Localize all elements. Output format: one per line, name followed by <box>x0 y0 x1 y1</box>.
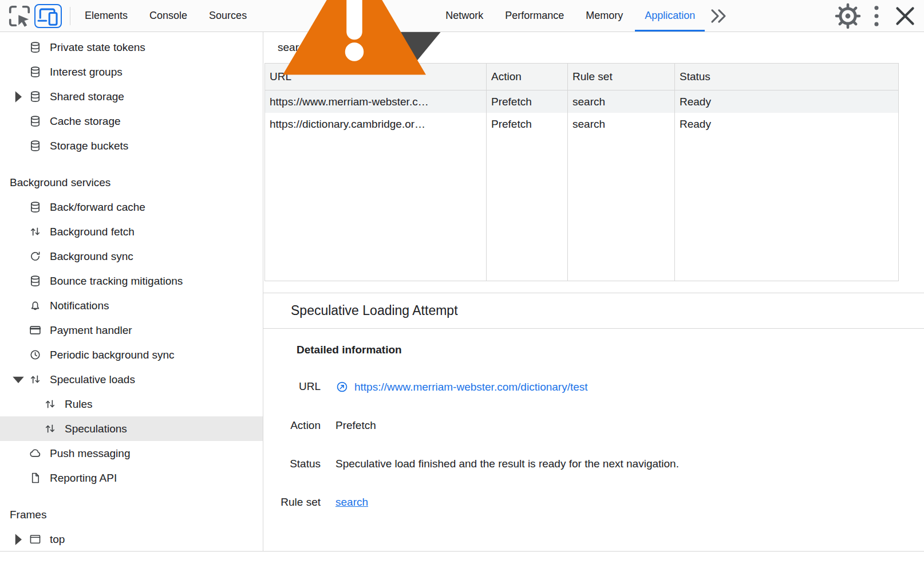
cell-status[interactable]: Ready <box>675 90 898 113</box>
sidebar-item-label: Background sync <box>50 250 133 263</box>
sidebar-item-label: Speculations <box>65 423 127 435</box>
document-icon <box>29 471 42 485</box>
sidebar-item-private-state-tokens[interactable]: Private state tokens <box>0 35 263 60</box>
sidebar-item-payment-handler[interactable]: Payment handler <box>0 318 263 342</box>
cloud-icon <box>29 447 42 460</box>
more-tabs-button[interactable] <box>706 0 731 32</box>
payment-card-icon <box>29 324 42 337</box>
inspect-element-button[interactable] <box>5 0 34 32</box>
up-down-arrows-icon <box>29 225 42 238</box>
column-header-rule-set[interactable]: Rule set <box>568 64 675 90</box>
field-label-status: Status <box>263 458 321 470</box>
cell-action[interactable]: Prefetch <box>487 113 568 135</box>
sidebar-item-label: Periodic background sync <box>50 349 175 361</box>
sidebar-item-label: Notifications <box>50 300 109 312</box>
reveal-in-network-icon[interactable] <box>335 380 349 393</box>
sidebar-item-storage-buckets[interactable]: Storage buckets <box>0 133 263 158</box>
sidebar-item-push-messaging[interactable]: Push messaging <box>0 441 263 466</box>
expand-arrow-icon[interactable] <box>8 529 29 550</box>
close-devtools-button[interactable] <box>891 0 919 32</box>
sidebar-item-reporting-api[interactable]: Reporting API <box>0 466 263 490</box>
field-url: URL https://www.merriam-webster.com/dict… <box>263 380 924 393</box>
tab-label: Performance <box>505 10 564 22</box>
sidebar-item-rules[interactable]: Rules <box>0 392 263 416</box>
toggle-device-toolbar-button[interactable] <box>34 4 62 28</box>
sidebar-item-back-forward-cache[interactable]: Back/forward cache <box>0 195 263 219</box>
sidebar-item-cache-storage[interactable]: Cache storage <box>0 109 263 133</box>
tab-label: Sources <box>209 10 247 22</box>
application-sidebar: Private state tokens Interest groups Sha… <box>0 32 263 551</box>
sidebar-item-periodic-background-sync[interactable]: Periodic background sync <box>0 342 263 367</box>
attempt-url-link[interactable]: https://www.merriam-webster.com/dictiona… <box>354 381 588 393</box>
panel-tabs: Elements Console Sources Network Perform… <box>74 0 706 32</box>
sidebar-item-shared-storage[interactable]: Shared storage <box>0 84 263 109</box>
field-status: Status Speculative load finished and the… <box>263 458 924 470</box>
sidebar-item-label: Speculative loads <box>50 373 135 386</box>
table-filler-cell <box>265 135 487 281</box>
tab-sources[interactable]: Sources <box>198 0 258 32</box>
tab-label: Memory <box>586 10 623 22</box>
sidebar-item-bounce-tracking-mitigations[interactable]: Bounce tracking mitigations <box>0 269 263 293</box>
field-rule-set: Rule set search <box>263 496 924 509</box>
frame-icon <box>29 533 42 546</box>
attempt-rule-set-link[interactable]: search <box>335 496 368 509</box>
device-toolbar-icon <box>35 3 61 29</box>
gear-icon <box>834 2 862 30</box>
detailed-information-heading: Detailed information <box>263 344 924 356</box>
sidebar-item-speculative-loads[interactable]: Speculative loads <box>0 367 263 392</box>
speculations-panel: search URL Action Rule set Status https:… <box>263 32 924 551</box>
expand-arrow-icon[interactable] <box>8 86 29 107</box>
sidebar-item-label: Background fetch <box>50 226 135 238</box>
cell-url[interactable]: https://dictionary.cambridge.or… <box>265 113 487 135</box>
sidebar-item-background-sync[interactable]: Background sync <box>0 244 263 269</box>
database-icon <box>29 274 42 288</box>
up-down-arrows-icon <box>29 373 42 386</box>
sidebar-item-notifications[interactable]: Notifications <box>0 293 263 318</box>
sync-icon <box>29 250 42 263</box>
tab-label: Elements <box>85 10 128 22</box>
inspect-cursor-icon <box>5 1 34 31</box>
settings-button[interactable] <box>834 0 862 32</box>
sidebar-item-speculations[interactable]: Speculations <box>0 416 263 441</box>
sidebar-item-label: top <box>50 533 65 546</box>
sidebar-section-frames: Frames <box>0 502 263 527</box>
attempt-action-value: Prefetch <box>335 419 376 432</box>
sidebar-item-top-frame[interactable]: top <box>0 527 263 551</box>
tab-network[interactable]: Network <box>258 0 494 32</box>
sidebar-item-label: Reporting API <box>50 472 117 485</box>
cell-status[interactable]: Ready <box>675 113 898 135</box>
attempt-status-value: Speculative load finished and the result… <box>335 458 679 470</box>
collapse-arrow-icon[interactable] <box>8 369 29 390</box>
bell-icon <box>29 299 42 312</box>
sidebar-item-interest-groups[interactable]: Interest groups <box>0 60 263 84</box>
sidebar-item-label: Bounce tracking mitigations <box>50 275 183 288</box>
sidebar-item-background-fetch[interactable]: Background fetch <box>0 219 263 244</box>
tab-console[interactable]: Console <box>139 0 198 32</box>
sidebar-section-background-services: Background services <box>0 170 263 195</box>
kebab-menu-icon <box>862 2 891 30</box>
field-label-rule-set: Rule set <box>263 496 321 509</box>
up-down-arrows-icon <box>44 422 57 435</box>
sidebar-item-label: Rules <box>65 398 93 411</box>
tab-label: Console <box>149 10 187 22</box>
bottom-strip <box>0 551 924 567</box>
database-icon <box>29 90 42 103</box>
tab-label: Network <box>445 10 483 22</box>
field-action: Action Prefetch <box>263 419 924 432</box>
cell-rule-set[interactable]: search <box>568 113 675 135</box>
cell-rule-set[interactable]: search <box>568 90 675 113</box>
column-header-status[interactable]: Status <box>675 64 898 90</box>
tab-performance[interactable]: Performance <box>494 0 575 32</box>
clock-icon <box>29 348 42 361</box>
cell-action[interactable]: Prefetch <box>487 90 568 113</box>
table-filler-cell <box>487 135 568 281</box>
database-icon <box>29 200 42 214</box>
tab-elements[interactable]: Elements <box>74 0 139 32</box>
database-icon <box>29 41 42 54</box>
customize-menu-button[interactable] <box>862 0 891 32</box>
column-header-action[interactable]: Action <box>487 64 568 90</box>
tab-application[interactable]: Application <box>634 0 706 32</box>
sidebar-item-label: Payment handler <box>50 324 132 337</box>
tab-memory[interactable]: Memory <box>575 0 634 32</box>
up-down-arrows-icon <box>44 397 57 411</box>
